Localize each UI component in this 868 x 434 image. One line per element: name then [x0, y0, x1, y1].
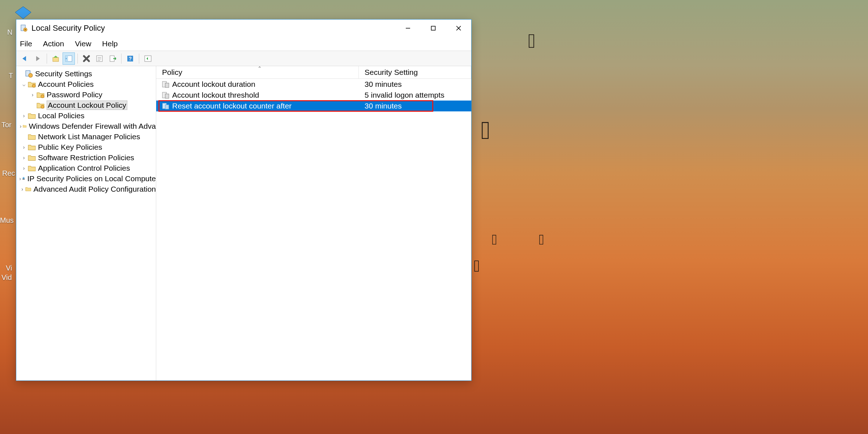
column-header-setting[interactable]: Security Setting: [359, 66, 471, 78]
svg-point-20: [32, 84, 35, 87]
desktop-shortcut-icon[interactable]: [14, 4, 33, 20]
tree-item-firewall[interactable]: › Windows Defender Firewall with Adva: [16, 121, 156, 131]
back-button[interactable]: [19, 52, 31, 65]
chevron-right-icon[interactable]: ›: [19, 123, 22, 129]
tree-item-network-list[interactable]: Network List Manager Policies: [16, 131, 156, 142]
window-title: Local Security Policy: [31, 24, 105, 33]
chevron-right-icon[interactable]: ›: [19, 176, 21, 182]
policy-icon: [162, 102, 169, 110]
menu-action[interactable]: Action: [43, 38, 69, 50]
folder-icon: [23, 123, 26, 130]
folder-icon: [37, 102, 44, 109]
tree-item-software-restriction[interactable]: › Software Restriction Policies: [16, 152, 156, 163]
svg-text:?: ?: [129, 56, 132, 61]
policy-value: 30 minutes: [365, 102, 402, 110]
svg-rect-10: [97, 56, 102, 61]
policy-name: Reset account lockout counter after: [172, 102, 292, 110]
bird-silhouette: 𓅯: [492, 231, 497, 248]
svg-point-22: [41, 105, 44, 108]
policy-value: 30 minutes: [365, 80, 402, 89]
folder-icon: [28, 154, 36, 161]
tree-label: Public Key Policies: [38, 143, 102, 152]
secpol-icon: [20, 24, 28, 32]
policy-icon: [162, 92, 169, 99]
folder-icon: [28, 165, 36, 172]
close-button[interactable]: [446, 20, 471, 37]
policy-name: Account lockout duration: [172, 80, 255, 89]
list-pane: Policy ⌃ Security Setting Account lockou…: [156, 66, 471, 380]
tree-item-account-policies[interactable]: ⌵ Account Policies: [16, 79, 156, 89]
desktop-label: Tor: [1, 121, 12, 129]
export-button[interactable]: [106, 52, 119, 65]
folder-icon: [28, 144, 36, 151]
tree-label: Application Control Policies: [38, 164, 130, 173]
desktop-label: Rec: [2, 169, 15, 178]
tree-item-ipsec[interactable]: › IP Security Policies on Local Compute: [16, 173, 156, 184]
tree-label: IP Security Policies on Local Compute: [27, 174, 156, 183]
tree-item-public-key[interactable]: › Public Key Policies: [16, 142, 156, 152]
toolbar: ?: [16, 51, 471, 66]
tree-item-local-policies[interactable]: › Local Policies: [16, 110, 156, 121]
chevron-right-icon[interactable]: ›: [21, 144, 27, 150]
tree-label: Password Policy: [47, 90, 102, 99]
chevron-down-icon[interactable]: ⌵: [21, 81, 27, 87]
tree-label: Local Policies: [38, 111, 84, 120]
minimize-button[interactable]: [395, 20, 421, 37]
svg-rect-7: [53, 58, 59, 61]
policy-row-selected[interactable]: Reset account lockout counter after 30 m…: [156, 101, 471, 111]
toolbar-separator: [47, 54, 47, 64]
bird-silhouette: 𓅯: [528, 29, 535, 52]
chevron-right-icon[interactable]: ›: [21, 155, 27, 161]
forward-button[interactable]: [32, 52, 44, 65]
tree-item-audit[interactable]: › Advanced Audit Policy Configuration: [16, 184, 156, 194]
desktop-label: Mus: [0, 216, 14, 225]
bird-silhouette: 𓅯: [474, 256, 480, 276]
list-header[interactable]: Policy ⌃ Security Setting: [156, 66, 471, 79]
ipsec-icon: [22, 175, 25, 182]
menu-help[interactable]: Help: [102, 38, 123, 50]
tree-pane[interactable]: Security Settings ⌵ Account Policies › P…: [16, 66, 156, 380]
up-button[interactable]: [50, 52, 62, 65]
list-rows: Account lockout duration 30 minutes Acco…: [156, 79, 471, 111]
tree-item-password-policy[interactable]: › Password Policy: [16, 89, 156, 100]
chevron-right-icon[interactable]: ›: [29, 92, 36, 98]
sort-ascending-icon: ⌃: [258, 65, 262, 71]
policy-row[interactable]: Account lockout threshold 5 invalid logo…: [156, 90, 471, 101]
maximize-button[interactable]: [421, 20, 446, 37]
tree-item-app-control[interactable]: › Application Control Policies: [16, 163, 156, 173]
toolbar-separator: [77, 54, 78, 64]
properties-button[interactable]: [93, 52, 106, 65]
bird-silhouette: 𓅮: [481, 116, 490, 145]
tree-label: Account Policies: [38, 80, 94, 89]
tree-label: Account Lockout Policy: [47, 101, 127, 110]
chevron-right-icon[interactable]: ›: [21, 113, 27, 119]
menu-file[interactable]: File: [20, 38, 37, 50]
desktop-label: Vi: [6, 264, 12, 272]
show-hide-tree-button[interactable]: [63, 52, 75, 65]
desktop-label: Vid: [1, 273, 12, 282]
local-security-policy-window: Local Security Policy File Action View H…: [16, 19, 472, 381]
tree-item-account-lockout-policy[interactable]: Account Lockout Policy: [16, 100, 156, 110]
delete-button[interactable]: [80, 52, 93, 65]
help-button[interactable]: ?: [124, 52, 136, 65]
tree-root[interactable]: Security Settings: [16, 68, 156, 79]
folder-icon: [28, 133, 36, 140]
bird-silhouette: 𓅮: [539, 231, 544, 248]
svg-rect-28: [165, 94, 169, 98]
chevron-right-icon[interactable]: ›: [21, 165, 27, 171]
menu-view[interactable]: View: [75, 38, 96, 50]
window-controls: [395, 20, 471, 37]
tree-label: Advanced Audit Policy Configuration: [33, 185, 156, 193]
svg-rect-4: [431, 26, 435, 30]
folder-icon: [28, 112, 36, 119]
refresh-button[interactable]: [142, 52, 154, 65]
folder-icon: [28, 81, 36, 88]
desktop-label: T: [9, 72, 13, 80]
folder-icon: [37, 91, 44, 98]
tree-label: Security Settings: [35, 69, 92, 78]
folder-icon: [25, 186, 31, 193]
titlebar[interactable]: Local Security Policy: [16, 20, 471, 37]
desktop-label: N: [7, 28, 12, 37]
policy-row[interactable]: Account lockout duration 30 minutes: [156, 79, 471, 90]
chevron-right-icon[interactable]: ›: [20, 186, 25, 192]
